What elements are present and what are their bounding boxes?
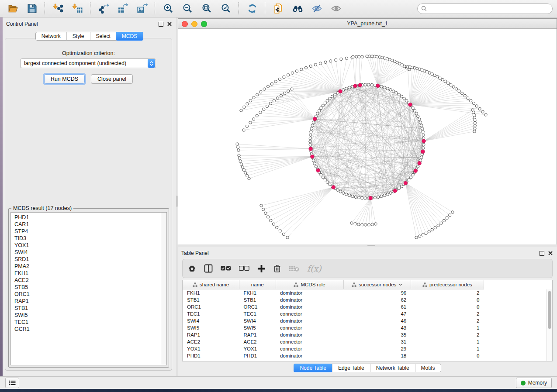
zoom-selected-icon[interactable] [218, 2, 234, 16]
network-node[interactable] [244, 172, 247, 174]
network-node[interactable] [458, 90, 460, 93]
column-header[interactable]: MCDS role [276, 280, 343, 289]
network-node[interactable] [357, 196, 360, 199]
network-node[interactable] [378, 56, 381, 58]
network-node[interactable] [469, 99, 472, 102]
dominator-node[interactable] [353, 84, 357, 88]
network-node[interactable] [437, 224, 439, 227]
network-node[interactable] [374, 196, 376, 199]
network-node[interactable] [380, 85, 383, 88]
network-node[interactable] [273, 99, 275, 102]
network-node[interactable] [354, 223, 356, 225]
zoom-out-icon[interactable] [179, 2, 196, 16]
mcds-result-item[interactable]: STP4 [14, 228, 161, 235]
network-node[interactable] [443, 219, 445, 222]
network-node[interactable] [478, 107, 481, 110]
import-table-icon[interactable] [69, 2, 86, 16]
network-node[interactable] [340, 58, 343, 60]
network-node[interactable] [371, 223, 374, 226]
network-node[interactable] [348, 86, 351, 89]
network-node[interactable] [264, 212, 267, 214]
maximize-window-icon[interactable] [201, 21, 207, 27]
network-node[interactable] [370, 83, 373, 86]
column-header[interactable]: name [239, 280, 276, 289]
network-node[interactable] [386, 193, 389, 196]
network-node[interactable] [319, 62, 322, 65]
mcds-result-item[interactable]: PMA2 [14, 263, 161, 270]
network-node[interactable] [320, 173, 322, 176]
network-node[interactable] [249, 121, 252, 124]
task-history-button[interactable] [5, 378, 19, 388]
network-node[interactable] [266, 216, 269, 218]
network-node[interactable] [392, 90, 394, 93]
network-node[interactable] [309, 134, 312, 136]
network-node[interactable] [270, 83, 273, 85]
network-node[interactable] [440, 222, 443, 224]
tab-select[interactable]: Select [90, 32, 116, 40]
table-row[interactable]: SWI5SWI5connector431 [183, 324, 484, 331]
network-node[interactable] [439, 77, 441, 79]
tab-style[interactable]: Style [66, 32, 90, 40]
mcds-result-item[interactable]: CAR1 [14, 221, 161, 228]
network-node[interactable] [274, 80, 277, 83]
dominator-node[interactable] [376, 84, 380, 87]
network-node[interactable] [364, 224, 367, 226]
network-node[interactable] [291, 88, 293, 90]
network-node[interactable] [403, 97, 405, 100]
deselect-all-rows-icon[interactable] [239, 266, 249, 272]
network-node[interactable] [280, 94, 282, 97]
dominator-node[interactable] [309, 147, 312, 151]
network-node[interactable] [452, 86, 455, 88]
network-node[interactable] [357, 223, 360, 226]
network-node[interactable] [342, 192, 345, 194]
network-node[interactable] [481, 110, 484, 113]
network-node[interactable] [398, 187, 400, 189]
mcds-result-item[interactable]: GCR1 [14, 326, 161, 333]
network-node[interactable] [418, 235, 421, 237]
close-panel-icon[interactable] [548, 251, 553, 255]
network-node[interactable] [352, 55, 354, 58]
mcds-result-item[interactable]: STB1 [14, 305, 161, 312]
save-session-icon[interactable] [24, 2, 40, 16]
network-node[interactable] [283, 76, 285, 78]
network-node[interactable] [400, 95, 403, 98]
dominator-node[interactable] [418, 162, 421, 165]
network-canvas[interactable] [178, 29, 557, 244]
network-node[interactable] [275, 226, 278, 229]
network-node[interactable] [300, 68, 303, 71]
network-node[interactable] [448, 214, 451, 217]
table-row[interactable]: YOX1YOX1connector291 [183, 345, 484, 352]
network-node[interactable] [377, 196, 380, 198]
network-node[interactable] [246, 174, 249, 177]
open-file-icon[interactable] [4, 2, 21, 16]
mcds-result-item[interactable]: FKH1 [14, 270, 161, 277]
mcds-result-item[interactable]: YOX1 [14, 242, 161, 249]
network-node[interactable] [421, 127, 423, 130]
network-node[interactable] [240, 109, 242, 112]
network-node[interactable] [243, 106, 246, 108]
network-node[interactable] [283, 92, 286, 95]
network-node[interactable] [272, 223, 275, 225]
show-all-icon[interactable] [328, 2, 344, 16]
network-node[interactable] [331, 95, 333, 98]
memory-button[interactable]: Memory [516, 378, 552, 388]
network-node[interactable] [329, 97, 331, 100]
hide-selected-icon[interactable] [308, 2, 325, 16]
close-panel-button[interactable]: Close panel [91, 74, 133, 84]
mcds-result-item[interactable]: RAP1 [14, 298, 161, 305]
delete-table-icon[interactable] [289, 265, 299, 272]
network-node[interactable] [324, 179, 326, 181]
network-node[interactable] [345, 193, 348, 196]
network-node[interactable] [441, 78, 444, 81]
network-node[interactable] [400, 185, 403, 188]
column-header[interactable]: successor nodes [343, 280, 411, 289]
network-node[interactable] [324, 61, 327, 63]
function-builder-icon[interactable]: f(x) [307, 264, 322, 273]
network-node[interactable] [409, 176, 412, 179]
column-header[interactable]: shared name [183, 280, 239, 289]
new-network-from-selection-icon[interactable] [270, 2, 287, 16]
mcds-result-item[interactable]: SRD1 [14, 256, 161, 263]
dominator-node[interactable] [422, 139, 426, 143]
dominator-node[interactable] [313, 117, 316, 120]
network-node[interactable] [237, 149, 240, 151]
